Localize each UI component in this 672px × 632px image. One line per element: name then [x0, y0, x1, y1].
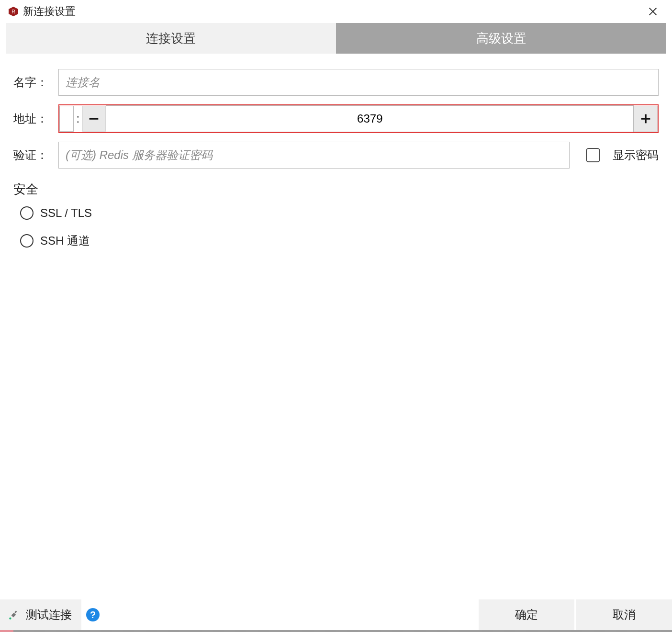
plug-icon: [8, 609, 20, 621]
port-increment-button[interactable]: [634, 106, 658, 132]
ssh-tunnel-label: SSH 通道: [40, 233, 90, 248]
cancel-button[interactable]: 取消: [576, 599, 672, 630]
tab-label: 连接设置: [146, 30, 196, 47]
tab-advanced-settings[interactable]: 高级设置: [336, 23, 666, 54]
test-connection-label: 测试连接: [26, 607, 72, 622]
close-button[interactable]: [641, 0, 664, 23]
window-edge-accent: [0, 630, 672, 632]
help-icon[interactable]: ?: [85, 607, 101, 622]
auth-label: 验证：: [13, 147, 51, 163]
window-title: 新连接设置: [23, 4, 76, 19]
host-input[interactable]: [59, 106, 74, 132]
ok-button[interactable]: 确定: [479, 599, 574, 630]
address-highlight-box: :: [58, 104, 659, 133]
ok-label: 确定: [515, 607, 538, 622]
name-label: 名字：: [13, 75, 51, 90]
app-icon: R: [8, 6, 19, 17]
tab-connection-settings[interactable]: 连接设置: [6, 23, 336, 54]
cancel-label: 取消: [613, 607, 636, 622]
address-row: 地址： :: [13, 104, 659, 133]
tabs: 连接设置 高级设置: [0, 23, 672, 54]
tab-label: 高级设置: [476, 30, 526, 47]
bottom-bar: 测试连接 ? 确定 取消: [0, 599, 672, 630]
auth-row: 验证： 显示密码: [13, 142, 659, 169]
name-row: 名字：: [13, 69, 659, 96]
ssh-tunnel-option[interactable]: SSH 通道: [20, 233, 659, 248]
form-area: 名字： 地址： : 验证： 显示密码 安全 SSL / TLS SSH: [0, 54, 672, 248]
ssl-tls-option[interactable]: SSL / TLS: [20, 206, 659, 220]
show-password-checkbox[interactable]: [586, 148, 600, 162]
svg-text:R: R: [11, 9, 15, 14]
host-port-separator: :: [74, 112, 82, 125]
security-heading: 安全: [13, 181, 659, 198]
ssl-tls-label: SSL / TLS: [40, 206, 92, 220]
titlebar: R 新连接设置: [0, 0, 672, 23]
test-connection-button[interactable]: 测试连接: [0, 599, 81, 630]
svg-text:?: ?: [90, 609, 96, 620]
radio-icon: [20, 206, 34, 220]
radio-icon: [20, 234, 34, 248]
port-input[interactable]: [106, 105, 634, 132]
show-password-label[interactable]: 显示密码: [613, 147, 659, 163]
svg-point-7: [9, 617, 11, 619]
name-input[interactable]: [58, 69, 659, 96]
port-decrement-button[interactable]: [82, 106, 106, 132]
auth-input[interactable]: [58, 142, 570, 169]
address-label: 地址：: [13, 111, 51, 126]
